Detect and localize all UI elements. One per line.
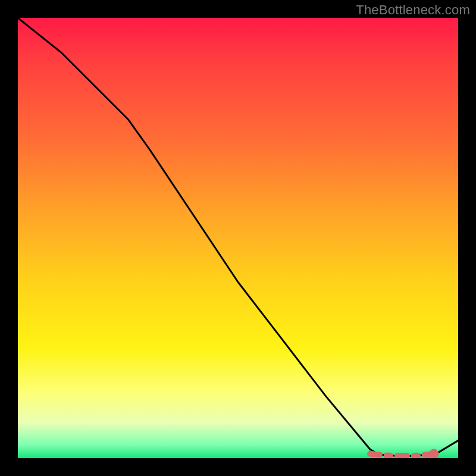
optimal-range-dashed bbox=[370, 454, 432, 456]
plot-area bbox=[18, 18, 458, 458]
chart-overlay bbox=[18, 18, 458, 458]
current-config-dot bbox=[429, 449, 439, 458]
chart-frame: TheBottleneck.com bbox=[0, 0, 476, 476]
bottleneck-curve bbox=[18, 18, 458, 456]
watermark-text: TheBottleneck.com bbox=[356, 2, 470, 18]
